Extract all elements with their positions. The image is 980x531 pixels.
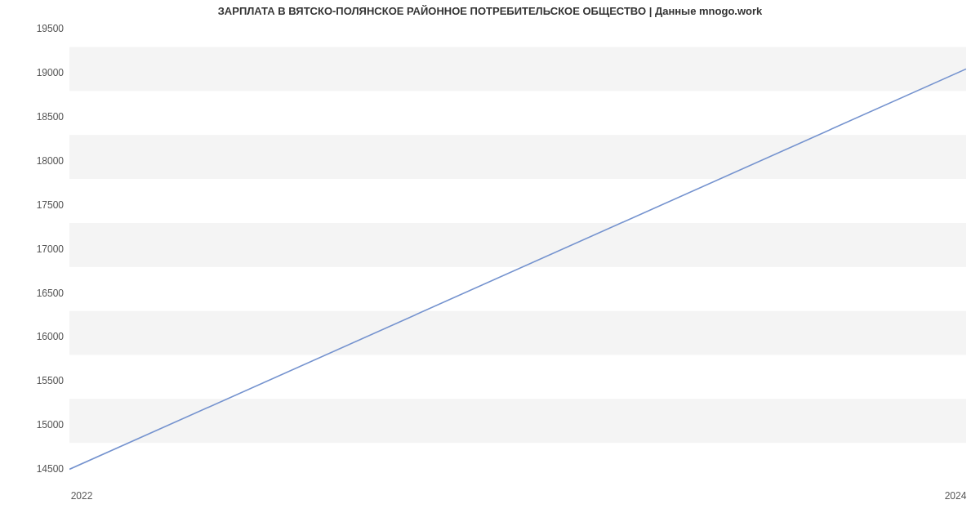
- y-tick-label: 19500: [7, 23, 64, 34]
- y-tick-label: 19000: [7, 67, 64, 78]
- svg-rect-0: [69, 47, 966, 91]
- x-tick-label: 2022: [71, 490, 93, 502]
- svg-rect-4: [69, 399, 966, 443]
- svg-rect-2: [69, 223, 966, 267]
- y-tick-label: 18500: [7, 111, 64, 123]
- plot-area: [69, 29, 966, 487]
- x-tick-label: 2024: [945, 490, 967, 502]
- chart-title: ЗАРПЛАТА В ВЯТСКО-ПОЛЯНСКОЕ РАЙОННОЕ ПОТ…: [0, 5, 980, 17]
- y-tick-label: 16000: [7, 331, 64, 342]
- y-tick-label: 16500: [7, 288, 64, 299]
- svg-rect-3: [69, 311, 966, 355]
- y-tick-label: 18000: [7, 155, 64, 167]
- y-tick-label: 17500: [7, 199, 64, 211]
- y-tick-label: 15000: [7, 419, 64, 431]
- y-tick-label: 14500: [7, 463, 64, 475]
- chart-container: ЗАРПЛАТА В ВЯТСКО-ПОЛЯНСКОЕ РАЙОННОЕ ПОТ…: [0, 0, 980, 531]
- y-tick-label: 17000: [7, 243, 64, 255]
- svg-rect-1: [69, 135, 966, 179]
- y-tick-label: 15500: [7, 375, 64, 386]
